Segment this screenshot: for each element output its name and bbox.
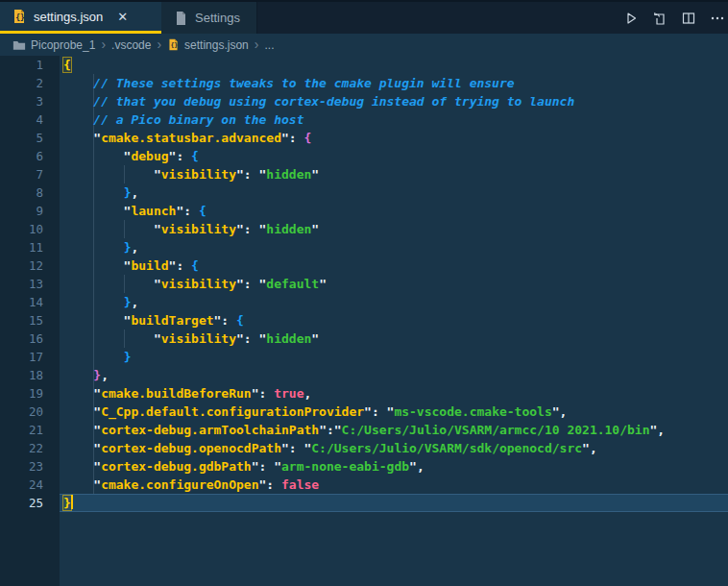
code-text[interactable]: } [60,348,728,366]
code-line[interactable]: 23 "cortex-debug.gdbPath": "arm-none-eab… [0,457,728,476]
code-line[interactable]: 17 } [0,348,728,366]
line-number[interactable]: 6 [0,147,60,165]
line-number[interactable]: 7 [0,165,60,183]
code-text[interactable]: "cortex-debug.gdbPath": "arm-none-eabi-g… [60,457,728,476]
line-number[interactable]: 11 [0,238,60,256]
code-text[interactable]: }, [60,238,728,256]
code-line[interactable]: 1{ [0,56,728,74]
code-editor[interactable]: 1{2 // These settings tweaks to the cmak… [0,56,728,586]
code-text[interactable]: "C_Cpp.default.configurationProvider": "… [60,403,728,421]
token: hidden [266,222,311,236]
line-number[interactable]: 13 [0,275,60,293]
line-number[interactable]: 25 [0,494,60,512]
code-text[interactable]: "launch": { [60,202,728,220]
code-line[interactable]: 2 // These settings tweaks to the cmake … [0,74,728,92]
code-text[interactable]: // that you debug using cortex-debug ins… [60,92,728,110]
code-line[interactable]: 6 "debug": { [0,147,728,165]
split-editor-icon[interactable] [680,10,697,27]
line-number[interactable]: 15 [0,311,60,330]
code-line[interactable]: 8 }, [0,183,728,202]
tab-settings-json[interactable]: {} settings.json ✕ [0,2,161,34]
code-line[interactable]: 18 }, [0,366,728,384]
line-number[interactable]: 10 [0,220,60,238]
code-line[interactable]: 5 "cmake.statusbar.advanced": { [0,129,728,147]
code-line[interactable]: 16 "visibility": "hidden" [0,330,728,348]
code-line[interactable]: 3 // that you debug using cortex-debug i… [0,92,728,110]
code-text[interactable]: "cortex-debug.openocdPath": "C:/Users/Ju… [60,439,728,457]
token: ": [214,313,236,328]
line-number[interactable]: 8 [0,183,60,202]
code-text[interactable]: "cmake.buildBeforeRun": true, [60,384,728,403]
line-number[interactable]: 24 [0,476,60,494]
code-text[interactable]: { [60,56,728,74]
code-line[interactable]: 24 "cmake.configureOnOpen": false [0,476,728,494]
line-number[interactable]: 22 [0,439,60,457]
code-line[interactable]: 9 "launch": { [0,202,728,220]
code-line[interactable]: 20 "C_Cpp.default.configurationProvider"… [0,403,728,421]
code-text[interactable]: "visibility": "hidden" [60,165,728,183]
code-line[interactable]: 15 "buildTarget": { [0,311,728,330]
chevron-right-icon: › [255,37,259,53]
file-icon [173,11,188,26]
line-number[interactable]: 9 [0,202,60,220]
line-number[interactable]: 1 [0,56,60,74]
breadcrumb-item-file[interactable]: settings.json [184,38,249,52]
line-number[interactable]: 18 [0,366,60,384]
line-number[interactable]: 21 [0,421,60,439]
token [63,295,124,309]
line-number[interactable]: 16 [0,330,60,348]
code-line[interactable]: 13 "visibility": "default" [0,275,728,293]
code-line[interactable]: 19 "cmake.buildBeforeRun": true, [0,384,728,403]
token: cortex-debug.armToolchainPath [101,423,319,437]
code-line[interactable]: 14 }, [0,293,728,311]
token: ", [650,423,666,437]
code-text[interactable]: "visibility": "hidden" [60,220,728,238]
close-icon[interactable]: ✕ [117,11,128,23]
line-number[interactable]: 4 [0,110,60,129]
line-number[interactable]: 23 [0,457,60,476]
token: " [63,386,101,401]
code-text[interactable]: "visibility": "default" [60,275,728,293]
code-line[interactable]: 12 "build": { [0,256,728,275]
line-number[interactable]: 3 [0,92,60,110]
code-text[interactable]: } [60,494,728,512]
token: ": [169,149,191,163]
code-line[interactable]: 10 "visibility": "hidden" [0,220,728,238]
code-text[interactable]: // These settings tweaks to the cmake pl… [60,74,728,92]
more-actions-icon[interactable] [709,10,726,27]
code-text[interactable]: // a Pico binary on the host [60,110,728,129]
breadcrumb-item-vscode-folder[interactable]: .vscode [111,38,151,52]
token: hidden [266,167,311,182]
code-text[interactable]: "cmake.statusbar.advanced": { [60,129,728,147]
json-file-icon: {} [12,9,27,24]
line-number[interactable]: 19 [0,384,60,403]
open-settings-ui-icon[interactable] [651,10,668,27]
line-number[interactable]: 20 [0,403,60,421]
token: false [281,477,319,492]
line-number[interactable]: 5 [0,129,60,147]
line-number[interactable]: 14 [0,293,60,311]
code-text[interactable]: "debug": { [60,147,728,165]
code-line[interactable]: 4 // a Pico binary on the host [0,110,728,129]
breadcrumb-item-project[interactable]: Picoprobe_1 [31,38,95,52]
code-text[interactable]: }, [60,293,728,311]
line-number[interactable]: 12 [0,256,60,275]
code-text[interactable]: "visibility": "hidden" [60,330,728,348]
run-icon[interactable] [622,10,640,27]
code-line[interactable]: 21 "cortex-debug.armToolchainPath":"C:/U… [0,421,728,439]
code-text[interactable]: "build": { [60,256,728,275]
code-text[interactable]: }, [60,183,728,202]
code-line[interactable]: 11 }, [0,238,728,256]
breadcrumb-item-symbol[interactable]: ... [264,38,274,52]
tab-settings-ui[interactable]: Settings [161,2,257,34]
code-line[interactable]: 22 "cortex-debug.openocdPath": "C:/Users… [0,439,728,457]
code-line[interactable]: 25} [0,494,728,512]
code-text[interactable]: "cmake.configureOnOpen": false [60,476,728,494]
token: ": " [364,404,394,419]
line-number[interactable]: 2 [0,74,60,92]
line-number[interactable]: 17 [0,348,60,366]
code-text[interactable]: }, [60,366,728,384]
code-line[interactable]: 7 "visibility": "hidden" [0,165,728,183]
code-text[interactable]: "buildTarget": { [60,311,728,330]
code-text[interactable]: "cortex-debug.armToolchainPath":"C:/User… [60,421,728,439]
